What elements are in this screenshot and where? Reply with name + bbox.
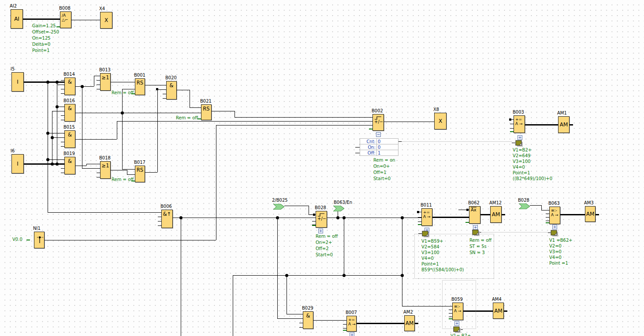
table-label: Cnt: (360, 139, 377, 144)
flag-connector-B063/En[interactable] (333, 205, 345, 210)
block-I5[interactable]: I (11, 72, 24, 92)
param-line: V4=0 (421, 255, 464, 261)
input-stub (312, 225, 316, 225)
block-B021[interactable]: RS (201, 104, 212, 120)
block-B063[interactable]: ≡:-A → (549, 207, 560, 224)
block-symbol: & (167, 82, 176, 89)
block-B029[interactable]: & (303, 311, 313, 329)
fbd-editor-canvas[interactable]: AIAI2∕A△⌐B008XX4II5&B014≥1B013RSB001&B02… (0, 0, 644, 336)
param-line: Rem = off (469, 237, 491, 244)
block-AI2[interactable]: AI (11, 9, 23, 29)
input-stub (61, 146, 64, 147)
table-value[interactable]: 1 (377, 150, 398, 156)
block-B016[interactable]: & (64, 104, 75, 122)
expand-button[interactable]: + (517, 135, 522, 140)
block-label: AM1 (557, 111, 567, 115)
collapse-button[interactable]: − (376, 132, 381, 137)
block-B020[interactable]: & (166, 81, 177, 100)
wire (216, 125, 372, 126)
block-symbol: +/− (317, 213, 326, 221)
wire (570, 124, 573, 126)
block-symbol: AM (558, 117, 569, 133)
parameter-note-icon[interactable] (472, 229, 481, 237)
block-symbol: RS (201, 106, 211, 112)
table-value[interactable]: 0 (377, 139, 398, 144)
wire (357, 323, 404, 324)
block-AM4[interactable]: AM (493, 303, 504, 319)
junction-dot (276, 216, 279, 219)
input-stub (418, 217, 421, 218)
block-B006[interactable]: &↑ (161, 210, 173, 228)
block-B014[interactable]: & (64, 78, 75, 95)
block-label: B019 (63, 151, 75, 156)
dotted-reference-link (402, 141, 512, 142)
param-line: Rem = off (176, 115, 198, 121)
wire (235, 117, 372, 118)
block-B007[interactable]: +=A → (346, 316, 357, 332)
block-B028[interactable]: +/− (316, 211, 327, 228)
wire (384, 122, 434, 122)
parameter-note-icon[interactable] (453, 326, 462, 334)
green-param-text: Rem = off (112, 90, 134, 96)
block-symbol: &↑ (162, 211, 172, 217)
block-NI1[interactable] (34, 232, 45, 248)
parameter-note-icon[interactable] (551, 230, 559, 237)
block-B001[interactable]: RS (135, 78, 145, 95)
wire (355, 147, 360, 148)
wire (190, 90, 190, 107)
wire (173, 218, 316, 218)
block-AM12[interactable]: AM (490, 206, 502, 223)
block-B008[interactable]: ∕A△⌐ (60, 11, 71, 28)
wire (560, 214, 585, 215)
block-B018[interactable]: ≥1 (100, 161, 111, 179)
junction-dot (336, 216, 339, 219)
block-symbol: AM (491, 207, 501, 222)
block-B062[interactable]: Ax (469, 206, 480, 224)
block-symbol: & (65, 158, 75, 164)
dotted-reference-link (481, 232, 548, 233)
block-B011[interactable]: +=A → (421, 208, 432, 226)
wire (504, 310, 507, 312)
block-B003[interactable]: +=A → (514, 115, 525, 133)
block-I6[interactable]: I (11, 154, 24, 174)
input-stub (197, 113, 201, 113)
block-symbol: ≡:-A → (454, 304, 462, 313)
block-label: AM12 (489, 200, 502, 205)
block-label: X8 (433, 107, 439, 112)
block-B017[interactable]: RS (135, 166, 145, 182)
block-label: B020 (165, 75, 177, 80)
param-input-tick (312, 225, 316, 226)
expand-button[interactable]: + (552, 225, 557, 229)
counter-param-table[interactable]: Cnt:0On:0Off:1 (360, 138, 398, 156)
junction-dot (51, 162, 54, 166)
block-B015[interactable]: & (64, 130, 75, 148)
junction-dot (56, 105, 59, 108)
flag-connector-B028[interactable] (519, 203, 530, 208)
expand-button[interactable]: + (350, 332, 354, 336)
block-AM1[interactable]: AM (558, 116, 570, 133)
block-symbol: I (12, 73, 23, 91)
block-AM3[interactable]: AM (585, 206, 596, 222)
table-label: Off: (360, 150, 377, 156)
param-line: B59*((584/100)+0) (421, 267, 464, 273)
input-stub (343, 320, 346, 321)
block-B013[interactable]: ≥1 (100, 73, 111, 91)
block-B002[interactable]: +/− (372, 114, 384, 131)
junction-dot (121, 111, 124, 114)
expand-button[interactable]: + (318, 229, 323, 233)
block-label: NI1 (33, 226, 41, 231)
input-stub (61, 120, 64, 120)
block-B019[interactable]: & (64, 157, 75, 174)
block-X4[interactable]: X (100, 12, 112, 29)
wire (327, 218, 421, 218)
table-value[interactable]: 0 (377, 144, 398, 150)
block-AM2[interactable]: AM (404, 315, 415, 331)
parameter-note-icon[interactable] (422, 231, 431, 238)
block-B059[interactable]: ≡:-A → (452, 303, 463, 320)
input-stub (299, 323, 303, 323)
junction-dot (46, 158, 49, 161)
flag-connector-2/B025[interactable] (273, 203, 285, 209)
expand-button[interactable]: + (454, 321, 459, 326)
parameter-note-icon[interactable] (515, 140, 524, 148)
block-X8[interactable]: X (434, 113, 447, 129)
